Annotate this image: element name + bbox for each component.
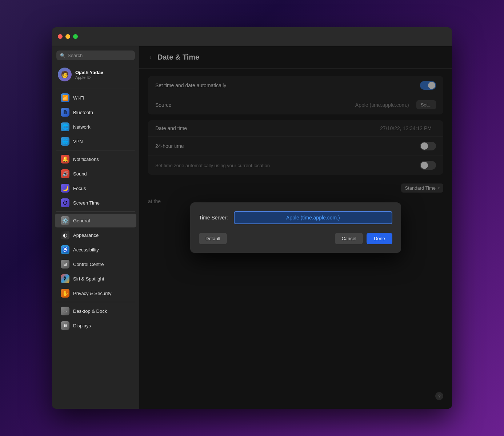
avatar: 🧑 (58, 68, 72, 81)
sidebar: 🔍 Search 🧑 Ojash Yadav Apple ID 📶 W (52, 46, 139, 409)
sidebar-item-network[interactable]: 🌐 Network (55, 120, 136, 134)
sidebar-item-appearance[interactable]: ◐ Appearance (55, 228, 136, 242)
sidebar-item-label: General (73, 218, 90, 223)
appearance-icon: ◐ (61, 231, 69, 239)
modal-time-server-row: Time Server: (199, 211, 392, 224)
close-button[interactable] (58, 34, 63, 39)
sidebar-item-accessibility[interactable]: ♿ Accessibility (55, 243, 136, 257)
sidebar-item-label: Control Centre (73, 262, 104, 267)
avatar-emoji: 🧑 (61, 70, 69, 78)
sidebar-item-label: Sound (73, 171, 87, 177)
time-server-input[interactable] (234, 211, 392, 224)
sidebar-item-wifi[interactable]: 📶 Wi-Fi (55, 91, 136, 105)
done-button[interactable]: Done (367, 233, 392, 244)
traffic-lights (58, 34, 78, 39)
sidebar-item-label: Displays (73, 323, 91, 328)
sidebar-divider-1 (56, 89, 135, 89)
sidebar-item-label: Privacy & Security (73, 291, 111, 296)
default-button[interactable]: Default (199, 233, 227, 244)
siri-icon: 🎙 (61, 274, 69, 283)
user-info: Ojash Yadav Apple ID (75, 70, 103, 80)
bluetooth-icon: 𝔹 (61, 108, 69, 117)
modal-overlay: Time Server: Default Cancel Done (139, 46, 452, 409)
cancel-button[interactable]: Cancel (335, 233, 363, 244)
content-area: 🔍 Search 🧑 Ojash Yadav Apple ID 📶 W (52, 46, 452, 409)
user-profile[interactable]: 🧑 Ojash Yadav Apple ID (52, 65, 139, 84)
time-server-modal: Time Server: Default Cancel Done (190, 202, 401, 253)
time-server-label: Time Server: (199, 215, 228, 221)
maximize-button[interactable] (73, 34, 78, 39)
sidebar-item-label: Notifications (73, 157, 99, 162)
focus-icon: 🌙 (61, 184, 69, 193)
sidebar-item-sound[interactable]: 🔊 Sound (55, 167, 136, 181)
sidebar-item-focus[interactable]: 🌙 Focus (55, 181, 136, 195)
main-content: ‹ Date & Time Set time and date automati… (139, 46, 452, 409)
modal-buttons: Default Cancel Done (199, 233, 392, 244)
vpn-icon: 🌐 (61, 137, 69, 146)
search-icon: 🔍 (60, 53, 65, 58)
sidebar-item-label: Focus (73, 186, 86, 191)
displays-icon: 🖥 (61, 321, 69, 330)
sidebar-item-controlcentre[interactable]: ⊞ Control Centre (55, 257, 136, 271)
sidebar-item-screentime[interactable]: ⏱ Screen Time (55, 196, 136, 210)
sidebar-item-label: Screen Time (73, 200, 100, 206)
sidebar-item-general[interactable]: ⚙️ General (55, 214, 136, 227)
accessibility-icon: ♿ (61, 245, 69, 254)
sound-icon: 🔊 (61, 169, 69, 178)
sidebar-item-siri[interactable]: 🎙 Siri & Spotlight (55, 272, 136, 286)
desktop-icon: ▭ (61, 307, 69, 315)
sidebar-divider-3 (56, 211, 135, 212)
sidebar-item-label: Network (73, 124, 91, 130)
system-preferences-window: 🔍 Search 🧑 Ojash Yadav Apple ID 📶 W (52, 27, 452, 409)
sidebar-item-privacy[interactable]: ✋ Privacy & Security (55, 286, 136, 300)
sidebar-item-desktop[interactable]: ▭ Desktop & Dock (55, 304, 136, 318)
title-bar (52, 27, 452, 46)
controlcentre-icon: ⊞ (61, 260, 69, 269)
sidebar-divider-2 (56, 150, 135, 150)
modal-button-group: Cancel Done (335, 233, 392, 244)
search-placeholder: Search (68, 53, 83, 58)
general-icon: ⚙️ (61, 216, 69, 225)
sidebar-item-label: Desktop & Dock (73, 308, 107, 314)
network-icon: 🌐 (61, 122, 69, 131)
screentime-icon: ⏱ (61, 198, 69, 207)
search-bar[interactable]: 🔍 Search (56, 51, 135, 60)
sidebar-item-notifications[interactable]: 🔔 Notifications (55, 152, 136, 166)
sidebar-item-bluetooth[interactable]: 𝔹 Bluetooth (55, 105, 136, 119)
user-subtitle: Apple ID (75, 75, 103, 80)
notifications-icon: 🔔 (61, 155, 69, 164)
sidebar-item-label: Bluetooth (73, 110, 93, 115)
user-name: Ojash Yadav (75, 70, 103, 75)
sidebar-item-label: Appearance (73, 233, 99, 238)
privacy-icon: ✋ (61, 289, 69, 298)
minimize-button[interactable] (65, 34, 70, 39)
sidebar-item-label: Accessibility (73, 247, 99, 253)
sidebar-item-label: Wi-Fi (73, 95, 84, 101)
sidebar-item-vpn[interactable]: 🌐 VPN (55, 134, 136, 148)
sidebar-item-label: Siri & Spotlight (73, 276, 104, 282)
sidebar-item-displays[interactable]: 🖥 Displays (55, 319, 136, 332)
sidebar-divider-4 (56, 302, 135, 302)
sidebar-item-label: VPN (73, 139, 83, 144)
wifi-icon: 📶 (61, 93, 69, 102)
